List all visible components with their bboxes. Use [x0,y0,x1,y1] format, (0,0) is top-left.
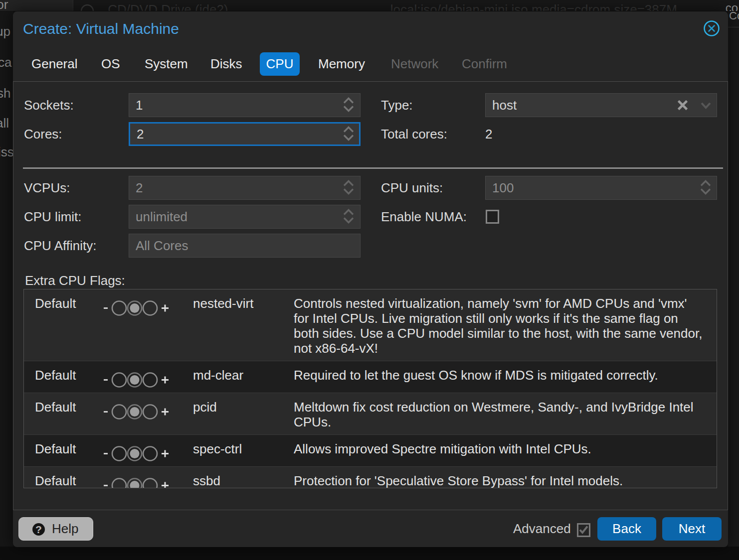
svg-text:?: ? [35,524,42,535]
